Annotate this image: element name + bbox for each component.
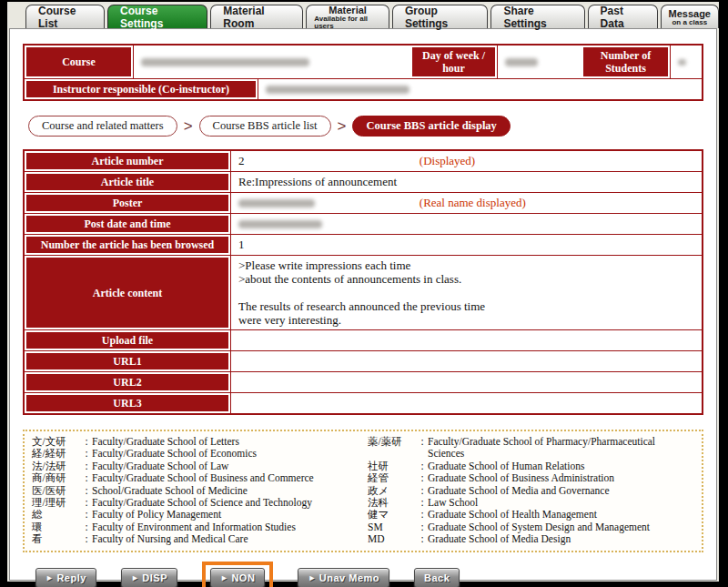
url1-label: URL1 <box>25 351 231 372</box>
breadcrumb-bbs-list[interactable]: Course BBS article list <box>199 116 331 137</box>
article-table: Article number 2 (Displayed) Article tit… <box>23 149 703 415</box>
tab-group-settings[interactable]: Group Settings <box>392 5 489 28</box>
article-content-value: >Please write impressions each time >abo… <box>231 256 702 330</box>
day-of-week-value <box>498 46 581 79</box>
students-label-cell: Number of Students <box>581 46 671 79</box>
tab-course-list[interactable]: Course List <box>25 5 105 28</box>
arrow-icon: ► <box>308 573 316 582</box>
back-button[interactable]: Back <box>414 568 460 587</box>
url3-value <box>231 393 702 413</box>
url1-value <box>231 351 702 372</box>
arrow-icon: ► <box>131 573 139 582</box>
highlight-box: ►NON <box>202 562 273 587</box>
arrow-icon: ► <box>46 573 54 582</box>
poster-redacted <box>238 199 315 207</box>
poster-value: (Real name displayed) <box>231 193 702 214</box>
reply-button[interactable]: ►Reply <box>35 568 96 587</box>
poster-label: Poster <box>25 193 231 214</box>
post-date-redacted <box>238 220 322 228</box>
url3-label: URL3 <box>25 393 231 413</box>
legend-item: 政メ:Graduate School of Media and Governan… <box>368 485 694 497</box>
browsed-label: Number the article has been browsed <box>25 235 231 256</box>
tab-material[interactable]: Material Available for all users <box>306 5 389 28</box>
breadcrumb: Course and related matters > Course BBS … <box>28 116 703 137</box>
legend-item: 理/理研:Faculty/Graduate School of Science … <box>32 497 359 509</box>
course-header-row-1: Course Day of week / hour Number of Stud… <box>25 46 702 79</box>
breadcrumb-bbs-display: Course BBS article display <box>352 116 510 137</box>
legend-item: 環:Faculty of Environment and Information… <box>32 521 359 533</box>
course-header-table: Course Day of week / hour Number of Stud… <box>23 44 703 101</box>
url2-value <box>231 372 702 393</box>
legend-item: 健マ:Graduate School of Health Management <box>368 509 694 521</box>
legend-item: MD:Graduate School of Media Design <box>368 533 694 545</box>
tab-bar: Course List Course Settings Material Roo… <box>7 2 719 28</box>
real-name-note: (Real name displayed) <box>420 196 526 210</box>
tab-share-settings[interactable]: Share Settings <box>490 5 584 28</box>
legend-item: 経/経研:Faculty/Graduate School of Economic… <box>32 448 359 460</box>
legend-item: 薬/薬研:Faculty/Graduate School of Pharmacy… <box>368 436 694 460</box>
post-date-label: Post date and time <box>25 214 231 235</box>
legend-right-column: 薬/薬研:Faculty/Graduate School of Pharmacy… <box>368 436 694 546</box>
upload-file-label: Upload file <box>25 330 231 351</box>
breadcrumb-course-related[interactable]: Course and related matters <box>28 116 177 137</box>
tab-material-room[interactable]: Material Room <box>210 5 303 28</box>
course-name-value <box>134 46 410 79</box>
article-title-value: Re:Impressions of announcement <box>231 172 702 193</box>
chevron-right-icon: > <box>338 117 347 136</box>
course-header-row-2: Instructor responsible (Co-instructor) <box>25 79 702 99</box>
day-of-week-label-cell: Day of week / hour <box>410 46 498 79</box>
page-background: Course List Course Settings Material Roo… <box>7 2 719 582</box>
article-title-label: Article title <box>25 172 231 193</box>
legend-item: 社研:Graduate School of Human Relations <box>368 460 694 472</box>
disp-button[interactable]: ►DISP <box>121 568 177 587</box>
legend-item: 法/法研:Faculty/Graduate School of Law <box>32 460 359 472</box>
browsed-value: 1 <box>231 235 702 256</box>
students-value <box>671 46 702 79</box>
instructor-value <box>258 79 702 99</box>
faculty-legend: 文/文研:Faculty/Graduate School of Letters … <box>23 430 703 552</box>
legend-item: 経管:Graduate School of Business Administr… <box>368 472 694 484</box>
chevron-right-icon: > <box>184 117 193 136</box>
legend-item: 看:Faculty of Nursing and Medical Care <box>32 533 359 545</box>
arrow-icon: ► <box>220 573 228 582</box>
instructor-redacted <box>266 86 410 94</box>
day-of-week-redacted <box>505 58 538 66</box>
legend-item: 法科:Law School <box>368 497 694 509</box>
action-button-row: ►Reply ►DISP ►NON ►Unav Memo Back <box>35 562 703 587</box>
non-button[interactable]: ►NON <box>210 568 265 587</box>
legend-item: 商/商研:Faculty/Graduate School of Business… <box>32 472 359 484</box>
tab-message[interactable]: Message on a class <box>661 5 719 28</box>
article-number-value: 2 (Displayed) <box>231 151 702 172</box>
legend-item: 総:Faculty of Policy Management <box>32 509 359 521</box>
tab-course-settings[interactable]: Course Settings <box>107 5 207 28</box>
instructor-label-cell: Instructor responsible (Co-instructor) <box>25 79 258 99</box>
course-name-redacted <box>141 58 309 66</box>
post-date-value <box>231 214 702 235</box>
tab-past-data[interactable]: Past Data <box>588 5 658 28</box>
article-number-label: Article number <box>25 151 231 172</box>
main-panel: Course Day of week / hour Number of Stud… <box>9 28 717 581</box>
legend-item: SM:Graduate School of System Design and … <box>368 521 694 533</box>
legend-item: 医/医研:School/Graduate School of Medicine <box>32 485 359 497</box>
url2-label: URL2 <box>25 372 231 393</box>
unav-memo-button[interactable]: ►Unav Memo <box>298 568 389 587</box>
displayed-note: (Displayed) <box>420 154 475 168</box>
legend-left-column: 文/文研:Faculty/Graduate School of Letters … <box>32 436 359 546</box>
article-content-label: Article content <box>25 256 231 330</box>
course-label-cell: Course <box>25 46 134 79</box>
upload-file-value <box>231 330 702 351</box>
students-redacted <box>678 59 686 66</box>
legend-item: 文/文研:Faculty/Graduate School of Letters <box>32 436 359 448</box>
